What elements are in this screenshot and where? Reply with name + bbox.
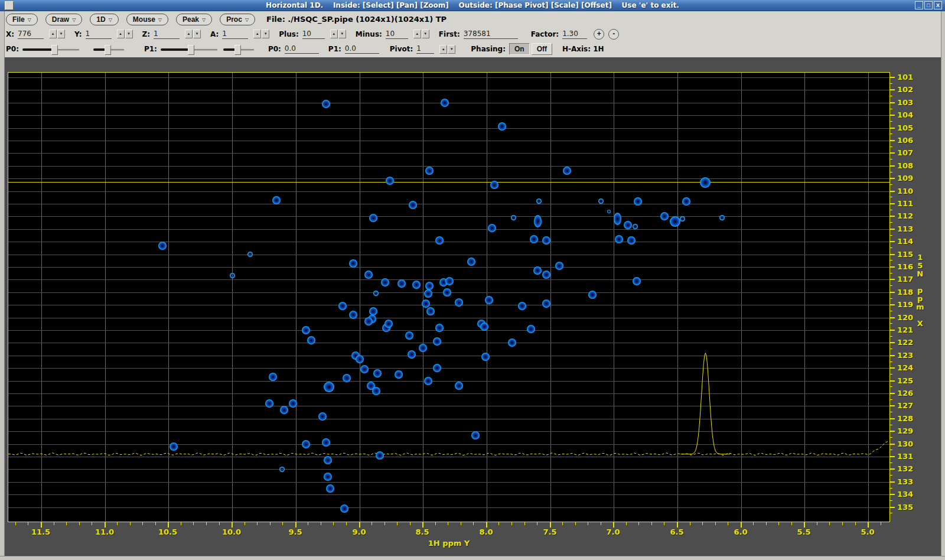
p0-value-label: P0: (268, 45, 281, 53)
plus-field[interactable]: 10 (302, 30, 325, 39)
slider-thumb[interactable] (234, 45, 241, 55)
hsqc-peak (455, 298, 463, 307)
hsqc-peak (302, 326, 310, 334)
a-up-button[interactable]: ▲ (253, 30, 261, 38)
y-axis-tick-label: 119 (897, 300, 913, 309)
y-axis-major-tick (890, 229, 895, 230)
menu-button-mouse[interactable]: Mouse▽ (126, 14, 168, 25)
y-axis-major-tick (890, 342, 895, 343)
title-bar[interactable]: Horizontal 1D. Inside: [Select] [Pan] [Z… (0, 0, 945, 11)
x-axis-tick-label: 11.5 (31, 528, 50, 536)
x-axis-minor-tick (308, 522, 308, 525)
scale-minus-button[interactable]: - (608, 29, 619, 40)
gridline-horizontal (8, 343, 889, 343)
close-button[interactable]: X (934, 1, 942, 9)
pivot-field[interactable]: 1 (416, 44, 434, 54)
hsqc-peak (518, 302, 526, 310)
z-up-button[interactable]: ▲ (185, 30, 193, 38)
minus-down-button[interactable]: ▼ (422, 30, 429, 38)
plus-up-button[interactable]: ▲ (330, 30, 338, 38)
p1-fine-slider[interactable] (223, 44, 254, 54)
p0-slider-label: P0: (6, 45, 19, 53)
p0-coarse-slider[interactable] (22, 44, 79, 54)
gridline-horizontal (8, 393, 889, 394)
p0-value-field[interactable]: 0.0 (285, 44, 319, 54)
window-frame-bottom (0, 556, 945, 560)
menu-button-draw[interactable]: Draw▽ (45, 14, 83, 25)
y-axis-tick-label: 120 (897, 313, 913, 322)
menu-button-file[interactable]: File▽ (6, 14, 38, 25)
x-axis-minor-tick (715, 522, 716, 525)
phasing-label: Phasing: (471, 45, 506, 53)
hsqc-peak (485, 296, 493, 304)
pivot-down-button[interactable]: ▼ (448, 45, 455, 54)
menu-bar: File▽Draw▽1D▽Mouse▽Peak▽Proc▽ File: ./HS… (0, 11, 945, 27)
gridline-horizontal (8, 141, 889, 141)
plus-down-button[interactable]: ▼ (338, 30, 346, 38)
navigation-toolbar: X:776▲▼Y:1▲▼Z:1▲▼A:1▲▼Plus:10▲▼Minus:10▲… (0, 27, 945, 41)
menu-button-peak[interactable]: Peak▽ (176, 14, 212, 25)
z-field[interactable]: 1 (154, 30, 180, 39)
x-axis-minor-tick (181, 522, 181, 525)
a-down-button[interactable]: ▼ (262, 30, 269, 38)
x-axis-minor-tick (881, 522, 881, 525)
maximize-button[interactable]: □ (924, 1, 933, 9)
p1-value-field[interactable]: 0.0 (345, 44, 379, 54)
p0-fine-slider[interactable] (93, 44, 124, 54)
y-axis-major-tick (890, 203, 895, 204)
a-field[interactable]: 1 (222, 30, 248, 39)
gridline-horizontal (8, 255, 889, 255)
slider-thumb[interactable] (188, 45, 194, 55)
hsqc-peak (386, 177, 394, 185)
phasing-off-button[interactable]: Off (532, 43, 552, 55)
z-down-button[interactable]: ▼ (193, 30, 201, 38)
scale-plus-button[interactable]: + (594, 29, 604, 40)
x-down-button[interactable]: ▼ (57, 30, 65, 38)
gridline-horizontal (8, 229, 889, 230)
gridline-horizontal (8, 178, 889, 179)
p1-coarse-slider[interactable] (161, 44, 217, 54)
y-up-button[interactable]: ▲ (117, 30, 125, 38)
hsqc-peak (533, 266, 542, 275)
phasing-on-button[interactable]: On (509, 43, 530, 55)
plus-label: Plus: (279, 30, 298, 38)
y-field[interactable]: 1 (86, 30, 112, 39)
y-axis-tick-label: 123 (897, 351, 913, 360)
x-axis-tick-label: 7.0 (606, 528, 620, 536)
factor-field[interactable]: 1.30 (562, 30, 587, 39)
spectrum-plot[interactable] (8, 72, 890, 522)
x-axis-major-tick (677, 522, 678, 528)
y-axis-minor-tick (890, 349, 892, 349)
x-field[interactable]: 776 (18, 30, 44, 39)
chevron-down-icon: ▽ (202, 17, 206, 22)
x-up-button[interactable]: ▲ (49, 30, 57, 38)
pivot-up-button[interactable]: ▲ (439, 45, 447, 54)
hsqc-peak (326, 484, 334, 493)
first-field[interactable]: 378581 (464, 30, 518, 39)
gridline-vertical (41, 73, 42, 522)
y-axis-tick-label: 118 (897, 288, 913, 297)
minus-field[interactable]: 10 (386, 30, 408, 39)
x-axis-minor-tick (435, 522, 436, 525)
window-frame-left (0, 11, 5, 560)
y-axis-tick-label: 134 (897, 490, 913, 499)
factor-label: Factor: (531, 30, 559, 38)
y-axis-minor-tick (890, 109, 892, 109)
x-axis-minor-tick (753, 522, 754, 525)
hsqc-peak (441, 99, 449, 107)
hsqc-peak (322, 100, 330, 108)
minimize-button[interactable]: _ (915, 1, 923, 9)
y-down-button[interactable]: ▼ (125, 30, 133, 38)
y-axis-minor-tick (890, 500, 892, 501)
hsqc-peak (433, 337, 441, 346)
pivot-label: Pivot: (390, 45, 413, 53)
slider-thumb[interactable] (105, 45, 111, 55)
x-axis-major-tick (232, 522, 233, 528)
menu-button-1d[interactable]: 1D▽ (90, 14, 119, 25)
gridline-horizontal (8, 469, 889, 470)
window-menu-icon[interactable] (5, 1, 14, 10)
minus-up-button[interactable]: ▲ (413, 30, 421, 38)
slider-thumb[interactable] (51, 45, 58, 55)
x-axis-major-tick (105, 522, 106, 528)
menu-button-proc[interactable]: Proc▽ (220, 14, 255, 25)
